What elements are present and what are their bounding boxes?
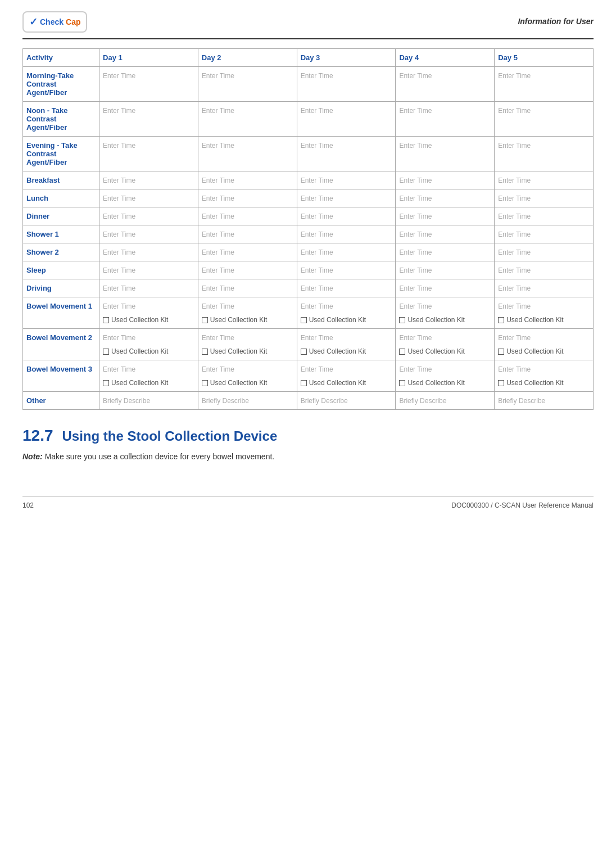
day-cell[interactable]: Enter Time Used Collection Kit [297,329,396,360]
checkbox-icon[interactable] [301,380,307,386]
day-cell[interactable]: Enter Time Used Collection Kit [495,297,594,329]
used-collection-kit-row[interactable]: Used Collection Kit [103,316,194,324]
used-collection-kit-row[interactable]: Used Collection Kit [498,379,590,387]
day-cell[interactable]: Enter Time [198,102,297,137]
checkbox-icon[interactable] [103,349,109,355]
used-collection-kit-row[interactable]: Used Collection Kit [301,316,392,324]
day-cell[interactable]: Briefly Describe [297,392,396,410]
day-cell[interactable]: Enter Time Used Collection Kit [198,360,297,392]
day-cell[interactable]: Enter Time [99,189,198,207]
day-cell[interactable]: Enter Time Used Collection Kit [495,329,594,360]
used-collection-kit-row[interactable]: Used Collection Kit [399,316,491,324]
used-collection-kit-row[interactable]: Used Collection Kit [301,347,392,355]
day-cell[interactable]: Enter Time [99,279,198,297]
day-cell[interactable]: Enter Time Used Collection Kit [198,329,297,360]
day-cell[interactable]: Enter Time Used Collection Kit [297,360,396,392]
day-cell[interactable]: Enter Time [99,243,198,261]
checkbox-icon[interactable] [399,380,405,386]
day-cell[interactable]: Briefly Describe [198,392,297,410]
day-cell[interactable]: Enter Time [396,171,495,189]
day-cell[interactable]: Enter Time Used Collection Kit [198,297,297,329]
day-cell[interactable]: Enter Time Used Collection Kit [297,297,396,329]
checkbox-icon[interactable] [498,317,504,323]
day-cell[interactable]: Enter Time [297,189,396,207]
day-cell[interactable]: Enter Time [198,189,297,207]
day-cell[interactable]: Enter Time Used Collection Kit [495,360,594,392]
used-collection-kit-row[interactable]: Used Collection Kit [103,379,194,387]
day-cell[interactable]: Enter Time [198,67,297,102]
day-cell[interactable]: Enter Time [99,102,198,137]
day-cell[interactable]: Enter Time [495,261,594,279]
checkbox-icon[interactable] [202,380,208,386]
day-cell[interactable]: Enter Time [198,171,297,189]
day-cell[interactable]: Enter Time [495,225,594,243]
day-cell[interactable]: Enter Time [297,207,396,225]
day-cell[interactable]: Enter Time [198,243,297,261]
used-collection-kit-row[interactable]: Used Collection Kit [399,379,491,387]
day-cell[interactable]: Briefly Describe [396,392,495,410]
day-cell[interactable]: Enter Time Used Collection Kit [396,329,495,360]
day-cell[interactable]: Enter Time [495,171,594,189]
day-cell[interactable]: Enter Time [495,137,594,171]
used-collection-kit-row[interactable]: Used Collection Kit [399,347,491,355]
used-collection-kit-row[interactable]: Used Collection Kit [498,347,590,355]
day-cell[interactable]: Enter Time [396,137,495,171]
day-cell[interactable]: Enter Time [297,102,396,137]
checkbox-icon[interactable] [301,349,307,355]
used-collection-kit-row[interactable]: Used Collection Kit [103,347,194,355]
day-cell[interactable]: Enter Time [495,102,594,137]
day-cell[interactable]: Enter Time Used Collection Kit [396,297,495,329]
day-cell[interactable]: Enter Time [396,67,495,102]
checkbox-icon[interactable] [301,317,307,323]
day-cell[interactable]: Enter Time [99,207,198,225]
day-cell[interactable]: Enter Time [396,207,495,225]
day-cell[interactable]: Enter Time [297,279,396,297]
used-collection-kit-row[interactable]: Used Collection Kit [202,347,293,355]
day-cell[interactable]: Enter Time Used Collection Kit [99,297,198,329]
day-cell[interactable]: Enter Time [396,243,495,261]
checkbox-icon[interactable] [399,349,405,355]
day-cell[interactable]: Enter Time [198,137,297,171]
day-cell[interactable]: Enter Time [99,261,198,279]
used-collection-kit-row[interactable]: Used Collection Kit [498,316,590,324]
checkbox-icon[interactable] [399,317,405,323]
used-collection-kit-row[interactable]: Used Collection Kit [202,379,293,387]
day-cell[interactable]: Enter Time [495,67,594,102]
day-cell[interactable]: Briefly Describe [99,392,198,410]
day-cell[interactable]: Enter Time [297,171,396,189]
day-cell[interactable]: Enter Time [396,102,495,137]
day-cell[interactable]: Enter Time [396,261,495,279]
day-cell[interactable]: Enter Time [99,67,198,102]
day-cell[interactable]: Enter Time [495,207,594,225]
day-cell[interactable]: Enter Time [396,279,495,297]
day-cell[interactable]: Enter Time Used Collection Kit [99,329,198,360]
used-collection-kit-row[interactable]: Used Collection Kit [301,379,392,387]
used-collection-kit-row[interactable]: Used Collection Kit [202,316,293,324]
day-cell[interactable]: Enter Time [297,137,396,171]
day-cell[interactable]: Enter Time [99,137,198,171]
day-cell[interactable]: Enter Time [495,243,594,261]
day-cell[interactable]: Enter Time [99,171,198,189]
day-cell[interactable]: Enter Time [99,225,198,243]
checkbox-icon[interactable] [202,317,208,323]
checkbox-icon[interactable] [103,317,109,323]
checkbox-icon[interactable] [202,349,208,355]
day-cell[interactable]: Enter Time [297,225,396,243]
day-cell[interactable]: Enter Time Used Collection Kit [396,360,495,392]
day-cell[interactable]: Enter Time [297,261,396,279]
day-cell[interactable]: Enter Time [495,279,594,297]
day-cell[interactable]: Enter Time [198,225,297,243]
day-cell[interactable]: Enter Time [198,261,297,279]
day-cell[interactable]: Enter Time [297,67,396,102]
checkbox-icon[interactable] [103,380,109,386]
day-cell[interactable]: Enter Time [495,189,594,207]
day-cell[interactable]: Enter Time [297,243,396,261]
day-cell[interactable]: Briefly Describe [495,392,594,410]
day-cell[interactable]: Enter Time Used Collection Kit [99,360,198,392]
day-cell[interactable]: Enter Time [396,189,495,207]
day-cell[interactable]: Enter Time [198,207,297,225]
checkbox-icon[interactable] [498,349,504,355]
day-cell[interactable]: Enter Time [198,279,297,297]
checkbox-icon[interactable] [498,380,504,386]
day-cell[interactable]: Enter Time [396,225,495,243]
